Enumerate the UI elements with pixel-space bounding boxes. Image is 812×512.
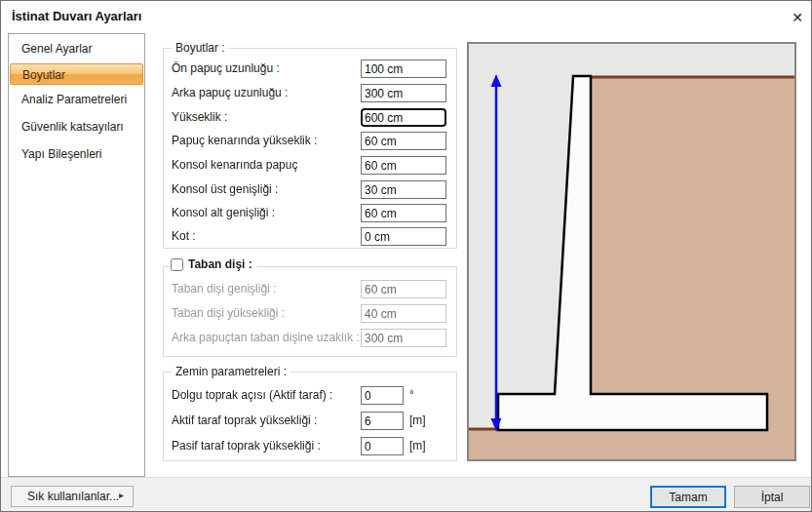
input-pasif-taraf-yukseklik[interactable]	[361, 437, 404, 455]
label-aktif-taraf-yukseklik: Aktif taraf toprak yüksekliği :	[172, 414, 317, 427]
ok-button[interactable]: Tamam	[650, 486, 726, 508]
favorites-button-label: Sık kullanılanlar...	[27, 490, 119, 503]
input-taban-disi-yuksekligi	[361, 304, 446, 323]
label-papuc-kenarinda-yukseklik: Papuç kenarında yükseklik :	[172, 134, 317, 147]
label-arka-papuctan-uzaklik: Arka papuçtan taban dişine uzaklık :	[172, 331, 360, 344]
label-taban-disi-yuksekligi: Taban dişi yüksekliği :	[172, 306, 285, 320]
close-icon[interactable]: ✕	[785, 5, 810, 28]
sidebar: Genel Ayarlar Boyutlar Analiz Parametrel…	[8, 33, 145, 477]
input-arka-papuctan-uzaklik	[361, 329, 446, 347]
group-boyutlar-title: Boyutlar :	[172, 41, 229, 55]
retaining-wall-diagram	[469, 44, 794, 459]
retaining-wall-settings-dialog: İstinat Duvarı Ayarları ✕ Genel Ayarlar …	[0, 0, 812, 512]
sidebar-item-boyutlar[interactable]: Boyutlar	[10, 63, 143, 85]
group-taban-disi: Taban dişi : Taban dişi genişliği : Taba…	[163, 266, 457, 357]
group-taban-disi-title: Taban dişi :	[188, 257, 252, 271]
footer-bar: Sık kullanılanlar... ▸ Tamam İptal	[1, 478, 812, 512]
input-aktif-taraf-yukseklik[interactable]	[361, 412, 404, 430]
input-taban-disi-genisligi	[361, 280, 446, 298]
sidebar-item-genel-ayarlar[interactable]: Genel Ayarlar	[10, 38, 143, 59]
label-konsol-kenarinda-papuc: Konsol kenarında papuç	[172, 158, 297, 172]
label-pasif-taraf-yukseklik: Pasif taraf toprak yüksekliği :	[172, 439, 321, 453]
label-kot: Kot :	[172, 229, 196, 243]
sidebar-item-analiz-parametreleri[interactable]: Analiz Parametreleri	[10, 89, 143, 110]
label-yukseklik: Yükseklik :	[172, 110, 227, 124]
unit-meter-pasif: [m]	[409, 439, 426, 453]
label-arka-papuc: Arka papuç uzunluğu :	[172, 86, 288, 99]
group-zemin-title: Zemin parametreleri :	[172, 365, 290, 378]
input-konsol-kenarinda-papuc[interactable]	[361, 156, 446, 175]
taban-disi-header: Taban dişi :	[169, 257, 257, 271]
label-on-papuc: Ön papuç uzunluğu :	[172, 61, 280, 75]
input-dolgu-toprak-acisi[interactable]	[361, 386, 404, 405]
input-konsol-ust-genisligi[interactable]	[361, 180, 446, 199]
label-konsol-alt-genisligi: Konsol alt genişliği :	[172, 206, 275, 219]
input-on-papuc[interactable]	[361, 59, 446, 78]
dialog-title: İstinat Duvarı Ayarları	[12, 9, 141, 23]
wall-preview-panel	[467, 42, 796, 461]
label-taban-disi-genisligi: Taban dişi genişliği :	[172, 282, 276, 295]
favorites-expand-arrow-icon: ▸	[119, 490, 124, 500]
taban-disi-checkbox[interactable]	[171, 258, 183, 271]
input-kot[interactable]	[361, 227, 446, 246]
favorites-button[interactable]: Sık kullanılanlar... ▸	[11, 486, 134, 507]
input-yukseklik[interactable]	[361, 108, 446, 127]
input-konsol-alt-genisligi[interactable]	[361, 204, 446, 222]
input-arka-papuc[interactable]	[361, 84, 446, 102]
soil-below-footing	[469, 430, 794, 459]
sidebar-item-guvenlik-katsayilari[interactable]: Güvenlik katsayıları	[10, 116, 143, 138]
cancel-button[interactable]: İptal	[734, 486, 810, 508]
group-boyutlar: Boyutlar : Ön papuç uzunluğu : Arka papu…	[163, 48, 457, 249]
group-zemin-parametreleri: Zemin parametreleri : Dolgu toprak açısı…	[163, 372, 457, 461]
titlebar: İstinat Duvarı Ayarları ✕	[1, 1, 811, 32]
input-papuc-kenarinda-yukseklik[interactable]	[361, 132, 446, 150]
sidebar-item-yapi-bilesenleri[interactable]: Yapı Bileşenleri	[10, 143, 143, 165]
unit-degree: °	[409, 388, 414, 402]
label-konsol-ust-genisligi: Konsol üst genişliği :	[172, 182, 278, 196]
unit-meter-aktif: [m]	[409, 414, 426, 427]
label-dolgu-toprak-acisi: Dolgu toprak açısı (Aktif taraf) :	[172, 388, 332, 402]
